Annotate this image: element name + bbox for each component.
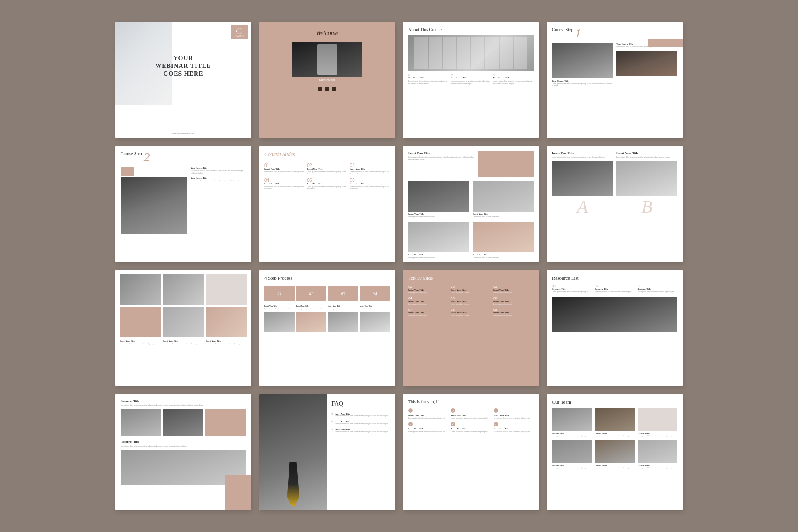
top10-item-1: 01 Insert Your Title Lorem ipsum dolor s…: [408, 285, 449, 294]
slide7-item-2: Insert Your Title Lorem ipsum dolor sit …: [473, 181, 534, 218]
top10-item-9: 09 Insert Your Title Lorem ipsum dolor s…: [493, 308, 534, 317]
slide8-col-a: Insert Your Title Lorem ipsum dolor sit …: [552, 151, 613, 257]
step2-text-1: Lorem ipsum dolor sit amet consectetur a…: [191, 170, 246, 174]
course-sub-cols: 01. Your Course Title Lorem ipsum dolor …: [408, 74, 534, 85]
content-slides-title: Content Slides: [264, 151, 390, 158]
team-member-3: Person Name Lorem ipsum dolor sit amet c…: [638, 408, 677, 437]
slide-about-course: About This Course 01. Your Course Title …: [403, 22, 539, 138]
team-member-2: Person Name Lorem ipsum dolor sit amet c…: [595, 408, 634, 437]
top10-item-5: 05 Insert Your Title Lorem ipsum dolor s…: [451, 296, 491, 305]
team-member-5: Person Name Lorem ipsum dolor sit amet c…: [595, 440, 634, 469]
step2-header: Course Step 2: [121, 151, 246, 163]
lamp-icon: [285, 462, 302, 506]
team-title: Our Team: [552, 399, 677, 404]
step-box-1: 01: [264, 286, 295, 301]
slide7-text: Lorem ipsum dolor sit amet consectetur a…: [408, 156, 475, 161]
check-icon-1: ✓: [408, 408, 413, 413]
step-box-3: 03: [328, 286, 358, 301]
top10-item-7: 07 Insert Your Title Lorem ipsum dolor s…: [408, 308, 449, 317]
slide-grid: EXAMPLE YOURWEBINAR TITLEGOES HERE www.y…: [102, 9, 696, 523]
res-title-2: Resource Title: [121, 440, 246, 443]
step-photo-4: [360, 312, 390, 332]
faq-icon-1: ?: [331, 413, 333, 417]
for-you-item-6: ✓ Insert Your Title Lorem ipsum dolor si…: [494, 422, 534, 433]
slide7-photo-1: [408, 181, 469, 212]
team-photo-1: [552, 408, 592, 431]
top10-grid: 01 Insert Your Title Lorem ipsum dolor s…: [408, 285, 534, 317]
arch-photo: [408, 35, 534, 71]
res-text-1: Lorem ipsum dolor sit amet consectetur a…: [121, 404, 246, 407]
slide7-item-1: Insert Your Title Lorem ipsum dolor sit …: [408, 181, 469, 218]
content-items-grid: 01 Insert Your Title Lorem ipsum dolor s…: [264, 163, 390, 190]
slide8-col-b-title: Insert Your Title: [616, 151, 677, 155]
step-box-4: 04: [360, 286, 390, 301]
process-label-2: Insert Your Title Lorem ipsum dolor sit …: [163, 340, 204, 345]
faq-item-2: ? Insert Your Title Lorem ipsum dolor si…: [331, 421, 391, 425]
step2-accent: [121, 167, 134, 176]
title-area: YOURWEBINAR TITLEGOES HERE: [115, 41, 251, 81]
slide7-item-4: Insert Your Title Lorem ipsum dolor sit …: [473, 222, 534, 259]
process-img-2: [163, 274, 204, 305]
col-text-1: Lorem ipsum dolor sit amet consectetur a…: [408, 80, 449, 85]
content-item-5: 05 Insert Your Title Lorem ipsum dolor s…: [307, 178, 347, 190]
process-img-5: [163, 307, 204, 337]
slide7-title: Insert Your Title: [408, 151, 475, 155]
slide-top10: Top 10 Slide 01 Insert Your Title Lorem …: [403, 270, 539, 386]
website-url: www.yourwebsitename.com: [115, 132, 251, 135]
team-photo-5: [595, 440, 634, 463]
slide8-letter-a: A: [552, 196, 613, 217]
slide7-photo-2: [473, 181, 534, 212]
step-header: Course Step 1: [552, 27, 677, 39]
for-you-item-4: ✓ Insert Your Title Lorem ipsum dolor si…: [408, 422, 448, 433]
step2-text-2: Lorem ipsum dolor sit amet consectetur a…: [191, 180, 246, 182]
slide-content-slides: Content Slides 01 Insert Your Title Lore…: [259, 146, 395, 262]
process-img-3: [206, 274, 247, 305]
content-item-2: 02 Insert Your Title Lorem ipsum dolor s…: [307, 163, 347, 175]
for-you-item-1: ✓ Insert Your Title Lorem ipsum dolor si…: [408, 408, 448, 419]
social-icons: [318, 87, 336, 91]
steps-row: 01 02 03 04: [264, 286, 390, 301]
for-you-title: This is for you, if: [408, 399, 534, 404]
step2-title-1: Your Course Title: [191, 167, 246, 169]
team-photo-6: [638, 440, 677, 463]
step-item-3: Insert Your Title Lorem ipsum dolor sit …: [328, 305, 358, 332]
step-content-row: Insert Your Title Lorem ipsum dolor sit …: [264, 305, 390, 332]
slide8-letter-b: B: [616, 196, 677, 217]
step1-photo-small: [616, 51, 677, 76]
check-icon-3: ✓: [494, 408, 498, 413]
slide-4step-process: 4 Step Process 01 02 03 04 Insert Your T…: [259, 270, 395, 386]
col-text-2: Lorem ipsum dolor sit amet consectetur a…: [451, 80, 492, 85]
step-box-2: 02: [296, 286, 327, 301]
slide7-photo-3: [408, 222, 469, 252]
social-icon-1: [318, 87, 322, 91]
step1-content: Your Course Title Lorem ipsum dolor sit …: [552, 43, 677, 87]
check-icon-6: ✓: [494, 422, 498, 426]
faq-icon-3: ?: [331, 429, 333, 433]
res-block-1: Resource Title Lorem ipsum dolor sit ame…: [121, 399, 246, 436]
slide-course-step-1: Course Step 1 Your Course Title Lorem ip…: [547, 22, 683, 138]
social-icon-3: [332, 87, 336, 91]
faq-content: FAQ ? Insert Your Title Lorem ipsum dolo…: [327, 394, 395, 510]
course-col-3: 03. Your Course Title Lorem ipsum dolor …: [493, 74, 534, 85]
content-item-3: 03 Insert Your Title Lorem ipsum dolor s…: [350, 163, 390, 175]
webinar-title: YOURWEBINAR TITLEGOES HERE: [122, 54, 245, 78]
top10-item-6: 06 Insert Your Title Lorem ipsum dolor s…: [493, 296, 534, 305]
step-photo-3: [328, 312, 358, 332]
resource-2: 02 Resource Title Lorem ipsum dolor sit …: [595, 284, 634, 293]
slide7-accent: [478, 151, 534, 177]
keyboard-photo: [552, 297, 677, 332]
portrait-figure: [317, 44, 337, 75]
col-title-1: Your Course Title: [408, 77, 449, 79]
slide7-textblock: Insert Your Title Lorem ipsum dolor sit …: [408, 151, 475, 177]
faq-item-3: ? Insert Your Title Lorem ipsum dolor si…: [331, 429, 391, 433]
step1-title-1: Your Course Title: [552, 80, 613, 82]
slide8-col-a-text: Lorem ipsum dolor sit amet consectetur a…: [552, 156, 613, 159]
team-member-6: Person Name Lorem ipsum dolor sit amet c…: [638, 440, 677, 469]
process-img-6: [206, 307, 247, 337]
top10-title: Top 10 Slide: [408, 275, 534, 280]
process-img-4: [120, 307, 161, 337]
resource-top-row: 01 Resource Title Lorem ipsum dolor sit …: [552, 284, 677, 293]
process-img-1: [120, 274, 161, 305]
step2-photo: [121, 177, 187, 234]
content-item-1: 01 Insert Your Title Lorem ipsum dolor s…: [264, 163, 304, 175]
